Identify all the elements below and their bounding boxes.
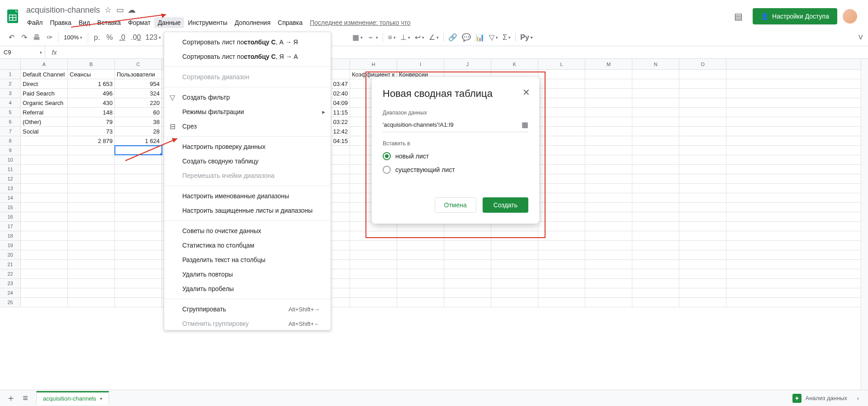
row-header[interactable]: 21 [0, 260, 21, 269]
cell[interactable] [21, 165, 68, 174]
menu-pivot-table[interactable]: Создать сводную таблицу [164, 154, 331, 168]
cell[interactable] [444, 241, 491, 250]
cell[interactable] [632, 231, 679, 240]
row-header[interactable]: 8 [0, 136, 21, 145]
radio-existing-sheet[interactable]: существующий лист [383, 166, 528, 174]
cell[interactable] [538, 260, 585, 269]
col-header[interactable]: H [350, 59, 397, 69]
sheet-tab[interactable]: acquisition-channels▾ [36, 391, 109, 405]
cell[interactable] [115, 155, 162, 164]
cell[interactable] [679, 184, 726, 193]
more-formats-button[interactable]: 123 [144, 32, 163, 43]
cell[interactable] [632, 250, 679, 259]
cell[interactable]: (Other) [21, 117, 68, 126]
cell[interactable] [585, 70, 632, 79]
row-header[interactable]: 10 [0, 155, 21, 164]
menu-дополнения[interactable]: Дополнения [231, 17, 274, 28]
rotate-button[interactable]: ∠ [427, 32, 441, 43]
cell[interactable] [585, 79, 632, 88]
vertical-scrollbar[interactable] [861, 59, 868, 390]
cell[interactable] [632, 98, 679, 107]
input-tools-button[interactable]: Ру [518, 32, 535, 43]
col-header[interactable]: L [538, 59, 585, 69]
cell[interactable] [632, 89, 679, 98]
menu-protected-sheets[interactable]: Настроить защищенные листы и диапазоны [164, 203, 331, 218]
cell[interactable] [21, 155, 68, 164]
cell[interactable]: Organic Search [21, 98, 68, 107]
menu-slicer[interactable]: ⊟Срез [164, 119, 331, 134]
cell[interactable] [679, 79, 726, 88]
cell[interactable] [585, 165, 632, 174]
cell[interactable] [585, 193, 632, 202]
cell[interactable]: 28 [115, 127, 162, 136]
cell[interactable] [538, 298, 585, 307]
menu-вставка[interactable]: Вставка [94, 17, 124, 28]
cell[interactable] [632, 212, 679, 221]
cell[interactable] [632, 127, 679, 136]
cell[interactable] [585, 222, 632, 231]
cell[interactable] [632, 203, 679, 212]
col-header[interactable]: A [21, 59, 68, 69]
menu-sort-asc[interactable]: Сортировать лист по столбцу C, А → Я [164, 35, 331, 49]
select-range-icon[interactable]: ▦ [522, 120, 528, 129]
cell[interactable]: 148 [68, 108, 115, 117]
cell[interactable] [21, 222, 68, 231]
comment-button[interactable]: 💬 [460, 32, 473, 43]
cell[interactable]: Direct [21, 79, 68, 88]
row-header[interactable]: 16 [0, 212, 21, 221]
cell[interactable] [397, 298, 444, 307]
col-header[interactable]: C [115, 59, 162, 69]
cell[interactable] [585, 269, 632, 278]
merge-button[interactable]: ⫟ [365, 32, 380, 43]
cell[interactable] [444, 250, 491, 259]
cell[interactable] [68, 193, 115, 202]
cell[interactable] [21, 298, 68, 307]
cell[interactable] [585, 146, 632, 155]
cell[interactable] [679, 288, 726, 297]
cell[interactable] [115, 269, 162, 278]
wrap-button[interactable]: ↩ [413, 32, 426, 43]
cell[interactable] [679, 98, 726, 107]
cell[interactable] [68, 260, 115, 269]
chart-button[interactable]: 📊 [474, 32, 486, 43]
cell[interactable] [68, 250, 115, 259]
cell[interactable] [679, 117, 726, 126]
select-all-corner[interactable] [0, 59, 21, 69]
cell[interactable] [115, 193, 162, 202]
cell[interactable] [115, 165, 162, 174]
cell[interactable] [632, 155, 679, 164]
range-input[interactable]: 'acquisition-channels'!A1:I9 [383, 121, 454, 128]
menu-named-ranges[interactable]: Настроить именованные диапазоны [164, 189, 331, 203]
cell[interactable] [350, 241, 397, 250]
menu-create-filter[interactable]: ▽Создать фильтр [164, 90, 331, 105]
col-header[interactable]: N [632, 59, 679, 69]
col-header[interactable]: I [397, 59, 444, 69]
cell[interactable] [115, 212, 162, 221]
halign-button[interactable]: ≡ [386, 32, 398, 43]
row-header[interactable]: 9 [0, 146, 21, 155]
cell[interactable]: 954 [115, 79, 162, 88]
cell[interactable]: Social [21, 127, 68, 136]
zoom-select[interactable]: 100% [61, 32, 85, 43]
cell[interactable] [21, 260, 68, 269]
valign-button[interactable]: ⊥ [398, 32, 412, 43]
row-header[interactable]: 1 [0, 70, 21, 79]
cell[interactable] [350, 260, 397, 269]
menu-инструменты[interactable]: Инструменты [184, 17, 231, 28]
print-button[interactable]: 🖶 [31, 32, 43, 43]
cell[interactable] [21, 184, 68, 193]
cell[interactable]: 73 [68, 127, 115, 136]
row-header[interactable]: 5 [0, 108, 21, 117]
share-button[interactable]: 👤 Настройки Доступа [753, 8, 837, 24]
cell[interactable] [68, 174, 115, 183]
cell[interactable] [21, 288, 68, 297]
col-header[interactable]: O [679, 59, 726, 69]
percent-format-button[interactable]: % [104, 32, 115, 43]
add-sheet-button[interactable]: ＋ [4, 391, 18, 406]
row-header[interactable]: 4 [0, 98, 21, 107]
cell[interactable] [679, 241, 726, 250]
document-title[interactable]: acquisition-channels [24, 5, 100, 15]
move-icon[interactable]: ▭ [115, 5, 124, 14]
menu-вид[interactable]: Вид [75, 17, 94, 28]
cell[interactable] [491, 288, 538, 297]
